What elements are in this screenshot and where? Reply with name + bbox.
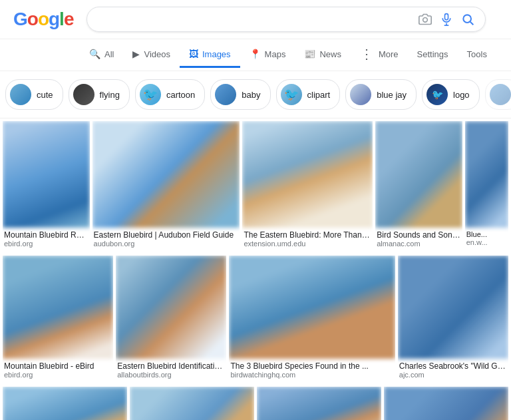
image-result-2[interactable]: Eastern Bluebird | Audubon Field Guide a… (92, 121, 240, 253)
image-thumb-4 (375, 121, 462, 228)
image-col-5: Blue... en.w... (465, 121, 508, 253)
image-source-2: audubon.org (94, 240, 239, 248)
tab-videos-label: Videos (144, 49, 170, 59)
image-col-4: Bird Sounds and Songs of the Eas... alma… (375, 121, 462, 253)
chip-clipart-label: clipart (307, 90, 331, 100)
chip-baby-img (215, 84, 236, 105)
image-col-3-2 (130, 387, 254, 420)
tab-news[interactable]: 📰 News (295, 42, 351, 68)
tab-images[interactable]: 🖼 Images (180, 42, 240, 68)
tab-more[interactable]: ⋮ More (351, 39, 408, 71)
image-col-3: The Eastern Bluebird: More Than Just a .… (242, 121, 373, 253)
tab-videos[interactable]: ▶ Videos (123, 42, 180, 68)
image-title-4: Bird Sounds and Songs of the Eas... (377, 230, 461, 240)
image-result-13[interactable] (384, 387, 508, 420)
image-thumb-8 (229, 256, 395, 359)
chip-baby-label: baby (242, 90, 260, 100)
chip-extra[interactable] (485, 79, 511, 110)
image-result-4[interactable]: Bird Sounds and Songs of the Eas... alma… (375, 121, 462, 253)
image-source-1: ebird.org (4, 240, 88, 248)
svg-point-0 (423, 18, 428, 23)
image-col-2-2: Eastern Bluebird Identification, All ...… (116, 256, 226, 384)
image-col-3-4 (384, 387, 508, 420)
images-icon: 🖼 (189, 49, 198, 59)
image-source-7: allaboutbirds.org (117, 371, 225, 379)
image-result-10[interactable] (3, 387, 127, 420)
image-thumb-9 (398, 256, 508, 359)
chip-cartoon-img: 🐦 (140, 84, 161, 105)
search-input[interactable]: blue bird (98, 13, 412, 25)
google-logo[interactable]: Google (13, 9, 73, 30)
videos-icon: ▶ (132, 49, 140, 59)
image-row-3 (0, 384, 511, 420)
search-bar[interactable]: blue bird (86, 7, 486, 32)
image-title-6: Mountain Bluebird - eBird (4, 361, 112, 371)
image-title-1: Mountain Bluebird Res... (4, 230, 88, 240)
svg-rect-1 (445, 14, 448, 20)
more-icon: ⋮ (360, 46, 375, 62)
settings-tab[interactable]: Settings (408, 43, 458, 68)
image-thumb-6 (3, 256, 113, 359)
chip-flying[interactable]: flying (69, 79, 130, 110)
image-result-8[interactable]: The 3 Bluebird Species Found in the ... … (229, 256, 395, 384)
maps-icon: 📍 (250, 49, 261, 59)
image-thumb-1 (3, 121, 90, 228)
image-col-3-1 (3, 387, 127, 420)
image-col-2-4: Charles Seabrook's "Wild Georgia" ajc.co… (398, 256, 508, 384)
image-info-6: Mountain Bluebird - eBird ebird.org (3, 359, 113, 384)
chip-cute[interactable]: cute (5, 79, 63, 110)
image-result-3[interactable]: The Eastern Bluebird: More Than Just a .… (242, 121, 373, 253)
image-thumb-2 (92, 121, 240, 228)
image-thumb-5 (465, 121, 508, 228)
image-result-5[interactable]: Blue... en.w... (465, 121, 508, 252)
chip-bluejay[interactable]: blue jay (345, 79, 417, 110)
image-info-4: Bird Sounds and Songs of the Eas... alma… (375, 228, 462, 253)
camera-search-button[interactable] (419, 13, 432, 26)
tab-all[interactable]: 🔍 All (80, 42, 123, 68)
image-result-11[interactable] (130, 387, 254, 420)
tab-maps[interactable]: 📍 Maps (240, 42, 295, 68)
chip-extra-img (490, 84, 511, 105)
tab-images-label: Images (202, 49, 231, 59)
chip-logo[interactable]: 🐦 logo (422, 79, 480, 110)
tools-tab[interactable]: Tools (458, 43, 496, 68)
all-icon: 🔍 (89, 49, 100, 59)
tab-all-label: All (104, 49, 114, 59)
image-col-3-3 (257, 387, 381, 420)
search-icons (419, 13, 474, 26)
image-title-9: Charles Seabrook's "Wild Georgia" (399, 361, 507, 371)
image-info-8: The 3 Bluebird Species Found in the ... … (229, 359, 395, 384)
image-result-12[interactable] (257, 387, 381, 420)
chip-cartoon[interactable]: 🐦 cartoon (135, 79, 205, 110)
search-button[interactable] (461, 13, 474, 26)
image-result-7[interactable]: Eastern Bluebird Identification, All ...… (116, 256, 226, 384)
image-thumb-13 (384, 387, 508, 420)
tab-more-label: More (379, 49, 399, 59)
image-source-6: ebird.org (4, 371, 112, 379)
chip-logo-label: logo (453, 90, 470, 100)
logo-g: G (13, 9, 27, 29)
news-icon: 📰 (304, 49, 315, 59)
chip-cute-img (10, 84, 31, 105)
chip-flying-img (73, 84, 94, 105)
image-title-8: The 3 Bluebird Species Found in the ... (230, 361, 393, 371)
logo-o2: o (38, 9, 49, 29)
chip-clipart-img: 🐦 (281, 84, 302, 105)
image-result-9[interactable]: Charles Seabrook's "Wild Georgia" ajc.co… (398, 256, 508, 384)
image-result-6[interactable]: Mountain Bluebird - eBird ebird.org (3, 256, 113, 384)
image-thumb-3 (242, 121, 373, 228)
voice-search-button[interactable] (440, 13, 453, 26)
image-result-1[interactable]: Mountain Bluebird Res... ebird.org (3, 121, 90, 253)
chip-clipart[interactable]: 🐦 clipart (276, 79, 341, 110)
logo-o1: o (27, 9, 38, 29)
tab-news-label: News (319, 49, 341, 59)
chip-cute-label: cute (37, 90, 53, 100)
chip-baby[interactable]: baby (210, 79, 270, 110)
logo-e: e (64, 9, 74, 29)
logo-g2: g (49, 9, 59, 29)
chip-cartoon-label: cartoon (166, 90, 195, 100)
image-info-1: Mountain Bluebird Res... ebird.org (3, 228, 90, 253)
image-thumb-12 (257, 387, 381, 420)
tools-label: Tools (467, 49, 487, 59)
image-col-1: Mountain Bluebird Res... ebird.org (3, 121, 90, 253)
